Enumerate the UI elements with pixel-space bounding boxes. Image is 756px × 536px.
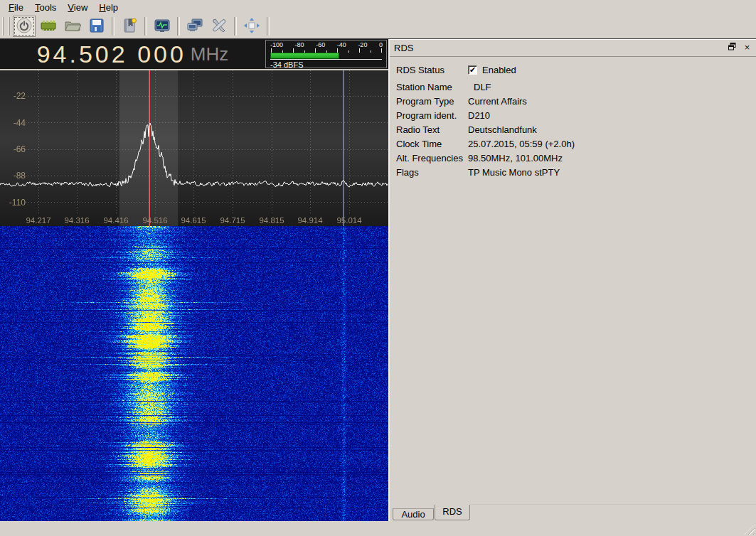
- rds-field-value: 25.07.2015, 05:59 (+2.0h): [468, 139, 575, 149]
- receiver-display-panel: 94.502 000 MHz -100 -80 -60 -40 -20 0: [0, 39, 388, 521]
- remote-control-button[interactable]: [183, 16, 206, 37]
- x-tick-label: 94.516: [142, 216, 167, 225]
- signal-meter: -100 -80 -60 -40 -20 0 -34 dBFS: [265, 40, 387, 68]
- meter-level-bar: [270, 53, 339, 59]
- sdr-device-icon: [40, 17, 57, 36]
- remote-computers-icon: [186, 17, 203, 36]
- dock-tab-bar: Audio RDS: [390, 505, 756, 521]
- tab-bar-line: [470, 505, 756, 505]
- save-icon: [88, 17, 105, 36]
- menu-view[interactable]: View: [62, 1, 93, 14]
- y-tick-label: -22: [0, 91, 26, 101]
- x-tick-label: 94.316: [64, 216, 89, 225]
- tools-button[interactable]: [208, 16, 230, 37]
- meter-label: -20: [358, 41, 367, 48]
- status-bar: [0, 521, 756, 536]
- load-settings-button[interactable]: [61, 16, 84, 37]
- toolbar-separator: [177, 17, 180, 36]
- x-tick-label: 94.416: [103, 216, 128, 225]
- rds-field-label: Alt. Frequencies: [396, 153, 468, 164]
- move-arrows-icon: [243, 17, 260, 36]
- tab-rds[interactable]: RDS: [435, 505, 470, 520]
- rds-field-value: 98.50MHz, 101.00MHz: [468, 153, 563, 164]
- meter-label: 0: [379, 41, 383, 48]
- rds-field-value: D210: [468, 110, 490, 121]
- x-tick-label: 94.615: [181, 216, 206, 225]
- rds-field-label: Station Name: [396, 82, 468, 92]
- close-icon: ×: [745, 43, 750, 52]
- toolbar-separator: [144, 17, 147, 36]
- open-folder-icon: [64, 17, 81, 36]
- bookmark-icon: [121, 17, 138, 36]
- meter-scale-labels: -100 -80 -60 -40 -20 0: [270, 41, 383, 48]
- menu-help[interactable]: Help: [93, 1, 124, 14]
- frequency-row: 94.502 000 MHz -100 -80 -60 -40 -20 0: [0, 39, 388, 69]
- rds-content: RDS Status ✔ Enabled Station Name DLF Pr…: [390, 57, 756, 179]
- spectrum-canvas[interactable]: [0, 70, 388, 226]
- save-settings-button[interactable]: [85, 16, 108, 37]
- rds-field-label: Program Type: [396, 96, 468, 107]
- meter-label: -100: [270, 41, 283, 48]
- rds-field-label: Program ident.: [396, 110, 468, 121]
- meter-baseline: [270, 59, 382, 60]
- spectrum-plot[interactable]: -22 -44 -66 -88 -110 94.217 94.316 94.41…: [0, 70, 388, 226]
- menu-bar: File Tools View Help: [0, 0, 756, 14]
- rds-field-label: Radio Text: [396, 124, 468, 135]
- tab-audio[interactable]: Audio: [393, 508, 434, 520]
- rds-enabled-label: Enabled: [482, 65, 516, 75]
- rds-field-label: Flags: [396, 167, 468, 178]
- dock-title-bar[interactable]: RDS ×: [390, 39, 756, 57]
- x-tick-label: 94.715: [220, 216, 245, 225]
- menu-tools[interactable]: Tools: [29, 1, 62, 14]
- toolbar: [0, 14, 756, 39]
- rds-field-label: Clock Time: [396, 139, 468, 149]
- rds-field-value: Current Affairs: [468, 96, 527, 107]
- meter-value-label: -34 dBFS: [270, 60, 383, 69]
- meter-track: [270, 53, 382, 59]
- resize-grip[interactable]: [745, 525, 755, 535]
- dock-float-button[interactable]: [727, 42, 738, 53]
- fullscreen-button[interactable]: [240, 16, 263, 37]
- dock-close-button[interactable]: ×: [742, 42, 752, 53]
- x-tick-label: 94.217: [26, 216, 50, 225]
- crossed-tools-icon: [211, 17, 228, 36]
- rds-field-value: Deutschlandfunk: [468, 124, 537, 135]
- frequency-display[interactable]: 94.502 000 MHz: [0, 39, 265, 69]
- app-window: File Tools View Help: [0, 0, 756, 536]
- meter-label: -60: [316, 41, 325, 48]
- toolbar-separator: [234, 17, 237, 36]
- dock-title: RDS: [394, 43, 413, 53]
- rds-enabled-checkbox[interactable]: ✔: [468, 65, 477, 75]
- y-tick-label: -110: [0, 198, 26, 208]
- rds-field-value: DLF: [468, 82, 491, 92]
- float-icon: [728, 43, 736, 52]
- dsp-settings-button[interactable]: [151, 16, 174, 37]
- waterfall-display[interactable]: [0, 226, 388, 521]
- frequency-digits[interactable]: 94.502 000: [37, 41, 186, 68]
- toolbar-drag-handle[interactable]: [2, 17, 10, 36]
- x-tick-label: 94.914: [297, 216, 322, 225]
- rds-field-value: TP Music Mono stPTY: [468, 167, 560, 178]
- toolbar-separator: [112, 17, 115, 36]
- rds-status-label: RDS Status: [396, 65, 468, 75]
- frequency-unit: MHz: [191, 43, 228, 65]
- toolbar-separator: [267, 17, 270, 36]
- meter-label: -80: [295, 41, 304, 48]
- menu-file[interactable]: File: [3, 1, 29, 14]
- y-tick-label: -66: [0, 144, 26, 154]
- rds-dock-panel: RDS × RDS Status ✔ Enabled Station Name …: [388, 39, 756, 521]
- checkmark-icon: ✔: [469, 66, 476, 74]
- bookmarks-button[interactable]: [118, 16, 141, 37]
- x-tick-label: 94.815: [259, 216, 284, 225]
- configure-io-button[interactable]: [37, 16, 60, 37]
- meter-label: -40: [337, 41, 346, 48]
- x-tick-label: 95.014: [336, 216, 361, 225]
- power-toggle-button[interactable]: [13, 16, 36, 37]
- power-icon: [16, 17, 33, 36]
- y-tick-label: -44: [0, 118, 26, 128]
- dsp-monitor-icon: [154, 17, 171, 36]
- y-tick-label: -88: [0, 171, 26, 181]
